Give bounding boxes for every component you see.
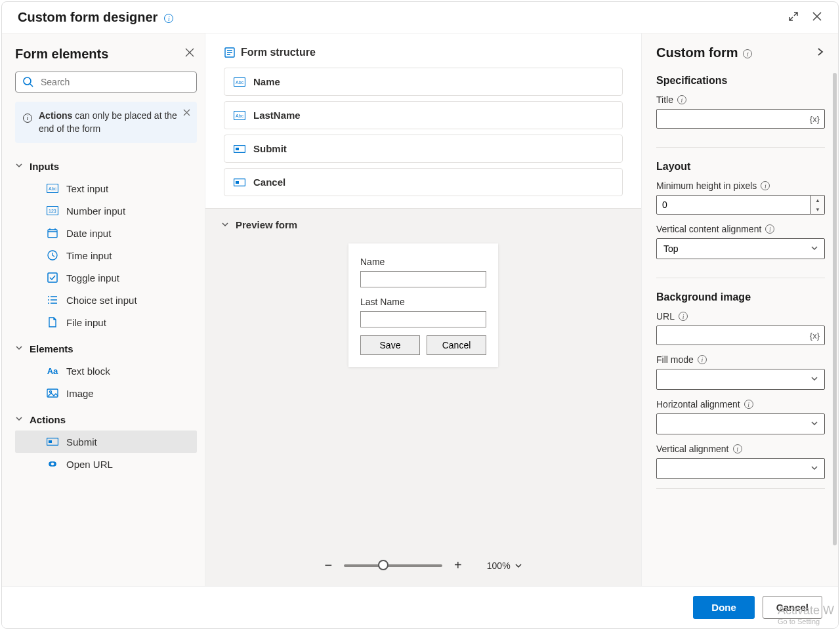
element-text-block[interactable]: AaText block: [15, 360, 197, 382]
file-icon: [47, 316, 58, 328]
info-icon: i: [23, 111, 32, 123]
done-button[interactable]: Done: [693, 596, 755, 619]
abc-icon: Abc: [47, 182, 58, 194]
chevron-right-icon[interactable]: [816, 47, 825, 59]
dialog-title: Custom form designer: [18, 10, 158, 25]
chevron-down-icon: [15, 343, 23, 354]
element-date-input[interactable]: Date input: [15, 222, 197, 244]
step-down[interactable]: ▼: [811, 205, 824, 214]
tree-group-actions: Actions Submit Open URL: [15, 408, 197, 475]
form-structure-area: Form structure AbcName AbcLastName Submi…: [205, 33, 641, 208]
layout-heading: Layout: [656, 161, 825, 173]
min-height-input[interactable]: [656, 195, 811, 215]
info-icon[interactable]: i: [677, 95, 686, 105]
close-banner-icon[interactable]: [183, 108, 190, 118]
struct-item-cancel[interactable]: Cancel: [224, 168, 623, 196]
element-submit[interactable]: Submit: [15, 430, 197, 453]
preview-input-lastname[interactable]: [360, 311, 486, 327]
element-time-input[interactable]: Time input: [15, 244, 197, 266]
title-input-wrap: {x}: [656, 109, 825, 129]
zoom-controls: − + 100%: [221, 551, 625, 576]
info-icon[interactable]: i: [743, 47, 752, 59]
element-number-input[interactable]: 123Number input: [15, 200, 197, 222]
zoom-out-button[interactable]: −: [324, 558, 332, 573]
tree-head-inputs[interactable]: Inputs: [15, 155, 197, 177]
zoom-slider[interactable]: [344, 564, 442, 567]
svg-text:Abc: Abc: [49, 186, 57, 191]
submit-icon: [234, 178, 245, 186]
info-icon[interactable]: i: [698, 355, 707, 365]
url-label: URLi: [656, 311, 825, 322]
dialog-header: Custom form designer i: [2, 2, 838, 33]
preview-input-name[interactable]: [360, 271, 486, 287]
svg-rect-20: [236, 181, 239, 184]
element-text-input[interactable]: AbcText input: [15, 177, 197, 200]
clock-icon: [47, 249, 58, 261]
preview-card: Name Last Name Save Cancel: [348, 243, 498, 367]
preview-save-button[interactable]: Save: [360, 335, 420, 355]
info-icon[interactable]: i: [765, 224, 774, 234]
form-icon: [224, 47, 236, 58]
struct-item-lastname[interactable]: AbcLastName: [224, 101, 623, 129]
svg-rect-11: [49, 440, 52, 443]
bgvalign-select[interactable]: [656, 458, 825, 479]
list-icon: [47, 294, 58, 306]
element-open-url[interactable]: Open URL: [15, 453, 197, 475]
valign-select[interactable]: Top: [656, 238, 825, 259]
tree-head-actions[interactable]: Actions: [15, 408, 197, 430]
title-input[interactable]: [656, 109, 825, 129]
svg-text:123: 123: [49, 209, 56, 213]
chevron-down-icon: [15, 413, 23, 425]
element-image[interactable]: Image: [15, 382, 197, 404]
element-toggle-input[interactable]: Toggle input: [15, 266, 197, 289]
actions-info-banner: i Actions can only be placed at the end …: [15, 102, 197, 143]
dialog-body: Form elements i Actions can only be plac…: [2, 33, 838, 586]
abc-icon: Abc: [234, 77, 245, 87]
tree-group-inputs: Inputs AbcText input 123Number input Dat…: [15, 155, 197, 333]
info-icon[interactable]: i: [733, 444, 742, 454]
halign-select-wrap: [656, 413, 825, 434]
scrollbar[interactable]: [833, 73, 837, 545]
tree-head-elements[interactable]: Elements: [15, 337, 197, 360]
element-file-input[interactable]: File input: [15, 311, 197, 333]
struct-item-submit[interactable]: Submit: [224, 135, 623, 163]
info-icon[interactable]: i: [761, 181, 770, 191]
svg-point-9: [50, 391, 52, 393]
info-icon[interactable]: i: [164, 12, 173, 24]
bgvalign-label: Vertical alignmenti: [656, 444, 825, 454]
cancel-button[interactable]: Cancel: [763, 596, 822, 619]
chevron-down-icon: [15, 160, 23, 172]
zoom-in-button[interactable]: +: [454, 558, 462, 573]
expression-button[interactable]: {x}: [810, 331, 820, 341]
preview-label-name: Name: [360, 257, 486, 267]
zoom-thumb[interactable]: [378, 560, 388, 570]
group-label: Actions: [30, 414, 66, 425]
image-icon: [47, 387, 58, 399]
close-icon[interactable]: [812, 11, 822, 24]
search-input-wrap[interactable]: [15, 72, 197, 93]
url-input[interactable]: [656, 326, 825, 345]
fillmode-select[interactable]: [656, 369, 825, 390]
element-choice-set-input[interactable]: Choice set input: [15, 289, 197, 311]
expression-button[interactable]: {x}: [810, 114, 820, 124]
info-icon[interactable]: i: [679, 312, 688, 322]
halign-select[interactable]: [656, 413, 825, 434]
step-up[interactable]: ▲: [811, 196, 824, 205]
preview-header[interactable]: Preview form: [221, 219, 625, 230]
valign-select-wrap: Top: [656, 238, 825, 259]
preview-cancel-button[interactable]: Cancel: [427, 335, 486, 355]
svg-text:Abc: Abc: [236, 80, 244, 85]
submit-icon: [47, 436, 58, 448]
expand-icon[interactable]: [788, 11, 799, 24]
min-height-label: Minimum height in pixelsi: [656, 180, 825, 191]
close-left-panel-icon[interactable]: [182, 45, 197, 62]
struct-item-name[interactable]: AbcName: [224, 68, 623, 96]
search-input[interactable]: [41, 77, 190, 87]
zoom-value[interactable]: 100%: [487, 560, 522, 571]
info-icon[interactable]: i: [744, 400, 753, 410]
text-icon: Aa: [47, 365, 58, 377]
123-icon: 123: [47, 205, 58, 217]
preview-label-lastname: Last Name: [360, 297, 486, 307]
link-icon: [47, 458, 58, 470]
header-actions: [788, 11, 822, 24]
